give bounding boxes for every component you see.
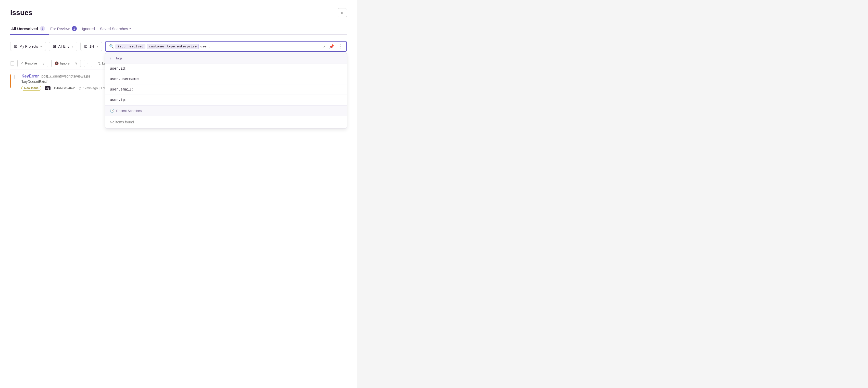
search-dropdown: 🏷 Tags user.id: user.username: user.emai… [105, 53, 347, 128]
resolve-button[interactable]: ✓ Resolve ∨ [17, 60, 48, 67]
clock-icon: ⏱ [78, 87, 82, 90]
search-clear-button[interactable]: × [323, 44, 326, 49]
sort-icon: ⇅ [98, 61, 101, 65]
tags-section-header: 🏷 Tags [105, 53, 347, 63]
tab-ignored[interactable]: Ignored [81, 24, 99, 35]
projects-chevron-icon: ∨ [40, 45, 42, 48]
time-filter-button[interactable]: ⊡ 1H ∨ [80, 42, 102, 51]
saved-searches-chevron-icon: ∨ [129, 27, 131, 30]
time-filter-label: 1H [90, 44, 94, 48]
new-issue-badge: New Issue [22, 86, 41, 91]
time-chevron-icon: ∨ [96, 45, 98, 48]
calendar-icon: ⊟ [53, 44, 56, 49]
env-filter-button[interactable]: ⊟ All Env ∨ [49, 42, 77, 51]
issue-severity-indicator [10, 74, 11, 88]
search-box[interactable]: 🔍 is:unresolved customer_type:enterprise… [105, 41, 347, 52]
more-actions-button[interactable]: ··· [84, 60, 92, 67]
tab-all-unresolved-badge: 1 [40, 26, 45, 31]
time-filter-icon: ⊡ [84, 44, 88, 49]
search-tag-is-unresolved: is:unresolved [116, 44, 145, 49]
history-icon: 🕐 [110, 108, 114, 113]
dropdown-item-user-email[interactable]: user.email: [105, 85, 347, 95]
no-items-message: No items found [105, 116, 347, 128]
search-icon: 🔍 [109, 44, 114, 49]
tab-for-review-badge: 1 [72, 26, 77, 31]
search-tags: is:unresolved customer_type:enterprise u… [116, 44, 321, 49]
projects-filter-button[interactable]: ⊡ My Projects ∨ [10, 42, 46, 51]
checkmark-icon: ✓ [21, 61, 24, 65]
dropdown-item-user-username[interactable]: user.username: [105, 74, 347, 85]
page-title: Issues [10, 9, 32, 17]
search-actions: × 📌 ⋮ [323, 43, 343, 49]
issue-checkbox[interactable] [14, 75, 19, 79]
ignore-label: Ignore [60, 61, 70, 65]
dropdown-item-user-id[interactable]: user.id: [105, 63, 347, 74]
env-chevron-icon: ∨ [71, 45, 73, 48]
projects-icon: ⊡ [14, 44, 17, 49]
tags-section-label: Tags [116, 56, 122, 60]
play-button[interactable]: ▷ [338, 8, 347, 17]
search-more-button[interactable]: ⋮ [337, 43, 343, 49]
select-all-checkbox[interactable] [10, 61, 14, 66]
search-pin-button[interactable]: 📌 [329, 44, 335, 49]
dropdown-item-user-ip[interactable]: user.ip: [105, 95, 347, 105]
projects-filter-label: My Projects [20, 44, 38, 48]
recent-searches-section-header: 🕐 Recent Searches [105, 105, 347, 116]
resolve-label: Resolve [25, 61, 37, 65]
controls-row: ⊡ My Projects ∨ ⊟ All Env ∨ ⊡ 1H ∨ 🔍 is:… [10, 41, 347, 52]
issue-path: poll(../../sentry/scripts/views.js) [41, 74, 90, 78]
tab-saved-searches-label: Saved Searches [100, 27, 128, 31]
ignore-button[interactable]: 🔇 Ignore ∨ [51, 60, 81, 67]
ignore-caret-icon[interactable]: ∨ [73, 61, 78, 65]
search-current-text[interactable]: user. [200, 44, 210, 48]
recent-searches-label: Recent Searches [116, 109, 142, 113]
issue-id[interactable]: DJANGO-46-2 [54, 87, 75, 90]
tabs-row: All Unresolved 1 For Review 1 Ignored Sa… [10, 24, 347, 35]
ignore-icon: 🔇 [55, 61, 59, 65]
tag-icon: 🏷 [110, 56, 114, 60]
tab-all-unresolved-label: All Unresolved [11, 27, 38, 31]
env-filter-label: All Env [58, 44, 69, 48]
tab-for-review[interactable]: For Review 1 [49, 24, 81, 35]
tab-saved-searches[interactable]: Saved Searches ∨ [99, 24, 135, 35]
page-header: Issues ▷ [10, 8, 347, 17]
project-badge: dj [45, 86, 51, 90]
tab-ignored-label: Ignored [82, 27, 95, 31]
search-wrapper: 🔍 is:unresolved customer_type:enterprise… [105, 41, 347, 52]
search-tag-customer-type: customer_type:enterprise [147, 44, 199, 49]
tab-all-unresolved[interactable]: All Unresolved 1 [10, 24, 49, 35]
resolve-caret-icon[interactable]: ∨ [40, 61, 45, 65]
tab-for-review-label: For Review [50, 27, 70, 31]
issue-type[interactable]: KeyError [22, 74, 39, 78]
